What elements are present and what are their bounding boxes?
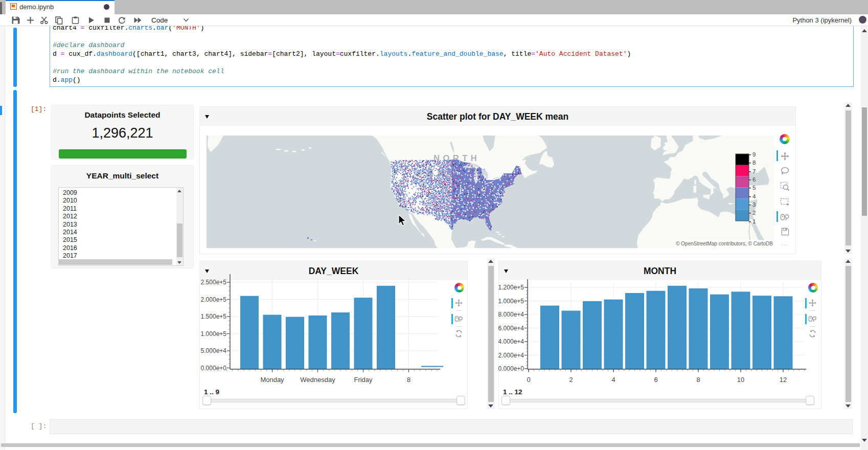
svg-text:© OpenStreetMap contributors,: © OpenStreetMap contributors, © CartoDB bbox=[676, 241, 773, 246]
svg-text:2.500e+5: 2.500e+5 bbox=[201, 279, 227, 286]
svg-text:2.000e+4: 2.000e+4 bbox=[498, 352, 524, 359]
svg-text:Monday: Monday bbox=[260, 376, 284, 384]
svg-text:8: 8 bbox=[752, 160, 756, 166]
svg-text:6: 6 bbox=[654, 376, 657, 384]
svg-text:5: 5 bbox=[752, 185, 756, 191]
svg-text:10: 10 bbox=[737, 376, 744, 384]
svg-text:3: 3 bbox=[752, 201, 756, 208]
svg-text:1: 1 bbox=[752, 218, 756, 224]
svg-text:12: 12 bbox=[780, 376, 787, 384]
svg-text:5.000e+4: 5.000e+4 bbox=[201, 347, 227, 354]
svg-text:1.000e+5: 1.000e+5 bbox=[498, 298, 524, 305]
svg-text:8: 8 bbox=[407, 376, 410, 384]
svg-text:9: 9 bbox=[752, 151, 756, 158]
svg-text:2.000e+5: 2.000e+5 bbox=[201, 296, 227, 303]
svg-text:8: 8 bbox=[696, 376, 700, 384]
svg-text:4: 4 bbox=[611, 376, 615, 384]
svg-text:Friday: Friday bbox=[354, 376, 373, 384]
svg-text:2: 2 bbox=[752, 210, 756, 216]
svg-text:4.000e+4: 4.000e+4 bbox=[498, 338, 524, 345]
svg-text:2: 2 bbox=[569, 376, 573, 384]
svg-text:6.000e+4: 6.000e+4 bbox=[498, 325, 524, 332]
svg-text:1.000e+5: 1.000e+5 bbox=[201, 330, 227, 338]
svg-text:4: 4 bbox=[752, 193, 756, 199]
svg-text:8.000e+4: 8.000e+4 bbox=[498, 311, 524, 318]
svg-text:1.200e+5: 1.200e+5 bbox=[498, 284, 524, 291]
svg-text:0: 0 bbox=[527, 376, 530, 384]
svg-text:6: 6 bbox=[752, 176, 756, 183]
svg-text:1.500e+5: 1.500e+5 bbox=[201, 313, 227, 320]
svg-text:1 .. 9: 1 .. 9 bbox=[204, 388, 219, 396]
svg-text:0.000e+0: 0.000e+0 bbox=[201, 365, 227, 372]
svg-text:7: 7 bbox=[752, 168, 756, 174]
svg-text:Wednesday: Wednesday bbox=[300, 376, 335, 384]
svg-text:1 .. 12: 1 .. 12 bbox=[503, 388, 522, 396]
svg-text:0.000e+0: 0.000e+0 bbox=[498, 365, 524, 372]
